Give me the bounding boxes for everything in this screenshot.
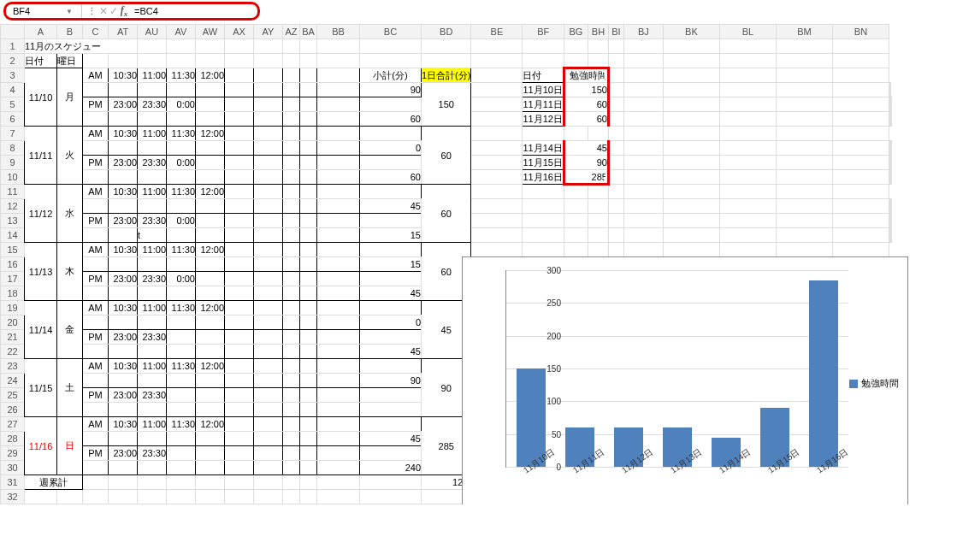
- cell[interactable]: [167, 374, 196, 388]
- cell[interactable]: [663, 156, 719, 170]
- cell[interactable]: [300, 127, 317, 141]
- cell[interactable]: [564, 127, 588, 141]
- cell[interactable]: [83, 475, 109, 490]
- column-header[interactable]: AU: [138, 25, 167, 39]
- cell[interactable]: [167, 112, 196, 127]
- cell[interactable]: [109, 141, 138, 156]
- time-cell[interactable]: 11:30: [167, 243, 196, 257]
- cell[interactable]: [623, 185, 663, 199]
- time-cell[interactable]: 11:30: [167, 301, 196, 315]
- cell[interactable]: [254, 54, 283, 68]
- time-cell[interactable]: [283, 388, 300, 403]
- day-total-cell[interactable]: 150: [422, 83, 471, 127]
- cell[interactable]: [25, 490, 57, 504]
- column-header[interactable]: A: [25, 25, 57, 39]
- cell[interactable]: [300, 315, 317, 330]
- header-date[interactable]: 日付: [25, 54, 57, 68]
- time-cell[interactable]: [254, 68, 283, 83]
- cell[interactable]: [138, 490, 167, 504]
- cell[interactable]: [300, 475, 317, 490]
- cell[interactable]: [167, 403, 196, 417]
- cell[interactable]: [564, 185, 588, 199]
- cell[interactable]: [196, 228, 225, 243]
- cell[interactable]: [776, 97, 832, 112]
- subtotal-cell[interactable]: [360, 403, 422, 417]
- time-cell[interactable]: 0:00: [167, 272, 196, 286]
- time-cell[interactable]: [196, 388, 225, 403]
- summary-minutes[interactable]: 60: [564, 97, 608, 112]
- time-cell[interactable]: 12:00: [196, 301, 225, 315]
- cell[interactable]: [109, 461, 138, 475]
- cell[interactable]: [283, 199, 300, 214]
- cell[interactable]: [663, 39, 719, 54]
- cell[interactable]: [564, 228, 588, 243]
- cell[interactable]: [317, 83, 360, 97]
- cell[interactable]: [196, 39, 225, 54]
- dow-cell[interactable]: 木: [57, 243, 83, 301]
- cell[interactable]: [776, 170, 832, 185]
- cell[interactable]: [317, 315, 360, 330]
- cell[interactable]: [776, 214, 832, 228]
- time-cell[interactable]: 11:00: [138, 68, 167, 83]
- cell[interactable]: [283, 461, 300, 475]
- cell[interactable]: [138, 112, 167, 127]
- cell[interactable]: [719, 185, 776, 199]
- time-cell[interactable]: 11:30: [167, 127, 196, 141]
- cell[interactable]: [300, 374, 317, 388]
- date-cell[interactable]: 11/14: [25, 301, 57, 359]
- ampm-label[interactable]: PM: [83, 214, 109, 228]
- cell[interactable]: [83, 199, 109, 214]
- cell[interactable]: [832, 97, 889, 112]
- cell[interactable]: [300, 417, 317, 432]
- time-cell[interactable]: 23:30: [138, 330, 167, 345]
- cell[interactable]: [83, 345, 109, 359]
- subtotal-cell[interactable]: 90: [360, 374, 422, 388]
- cell[interactable]: [83, 83, 109, 97]
- column-header[interactable]: BN: [832, 25, 889, 39]
- cell[interactable]: [588, 228, 608, 243]
- cell[interactable]: [608, 97, 623, 112]
- cell[interactable]: [300, 388, 317, 403]
- subtotal-cell[interactable]: 45: [360, 432, 422, 446]
- time-cell[interactable]: [167, 330, 196, 345]
- cell[interactable]: [890, 156, 891, 170]
- cell[interactable]: [422, 54, 471, 68]
- cell[interactable]: [360, 359, 422, 374]
- cell[interactable]: [283, 345, 300, 359]
- cell[interactable]: [138, 403, 167, 417]
- time-cell[interactable]: [283, 243, 300, 257]
- cell[interactable]: t: [138, 228, 167, 243]
- ampm-label[interactable]: AM: [83, 185, 109, 199]
- subtotal-cell[interactable]: 45: [360, 199, 422, 214]
- cell[interactable]: [225, 461, 254, 475]
- ampm-label[interactable]: AM: [83, 243, 109, 257]
- cell[interactable]: [719, 214, 776, 228]
- cell[interactable]: [360, 301, 422, 315]
- ampm-label[interactable]: AM: [83, 68, 109, 83]
- ampm-label[interactable]: PM: [83, 156, 109, 170]
- cell[interactable]: [300, 461, 317, 475]
- cell[interactable]: [719, 54, 776, 68]
- cell[interactable]: [623, 214, 663, 228]
- cell[interactable]: [138, 39, 167, 54]
- time-cell[interactable]: 23:30: [138, 388, 167, 403]
- cell[interactable]: [138, 257, 167, 272]
- time-cell[interactable]: [283, 156, 300, 170]
- cell[interactable]: [300, 243, 317, 257]
- cell[interactable]: [471, 141, 523, 156]
- cell[interactable]: [196, 286, 225, 301]
- cell[interactable]: [588, 127, 608, 141]
- row-header[interactable]: 1: [1, 39, 25, 54]
- cell[interactable]: [663, 185, 719, 199]
- time-cell[interactable]: [225, 359, 254, 374]
- cell[interactable]: [523, 185, 564, 199]
- cell[interactable]: [832, 156, 889, 170]
- time-cell[interactable]: [283, 68, 300, 83]
- column-header[interactable]: BE: [471, 25, 523, 39]
- cell[interactable]: [832, 185, 889, 199]
- cell[interactable]: [283, 490, 300, 504]
- subtotal-cell[interactable]: 240: [360, 461, 422, 475]
- cell[interactable]: [300, 170, 317, 185]
- cell[interactable]: [608, 83, 623, 97]
- day-total-cell[interactable]: 60: [422, 185, 471, 243]
